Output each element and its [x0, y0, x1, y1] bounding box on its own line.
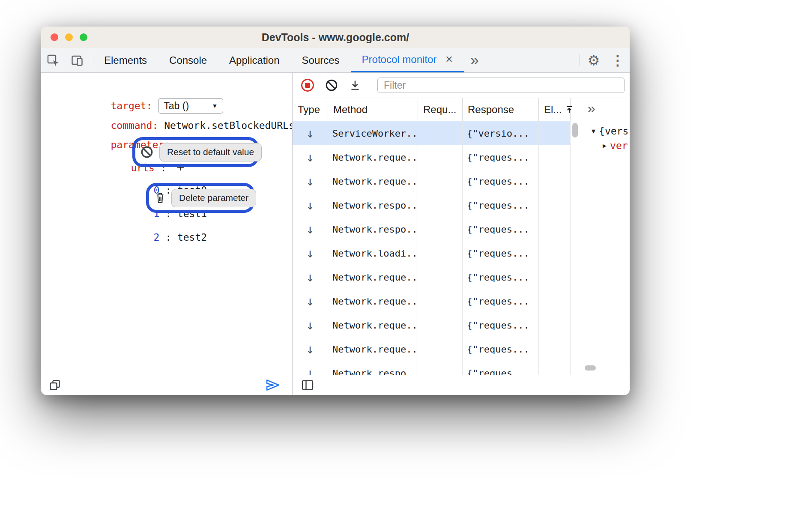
tree-node-child[interactable]: ▶ver — [592, 138, 630, 153]
close-window-button[interactable] — [51, 33, 58, 41]
received-arrow-icon: ↓ — [306, 199, 314, 212]
method-cell: Network.respo... — [328, 361, 418, 375]
elapsed-cell — [539, 361, 571, 375]
devtools-window: DevTools - www.google.com/ Elements — [41, 27, 630, 395]
toolbar-divider — [580, 54, 580, 66]
tab-label: Application — [229, 54, 279, 66]
table-row[interactable]: ↓ ServiceWorker... {"versio... — [293, 121, 582, 145]
settings-gear-icon[interactable]: ⚙ — [582, 48, 606, 72]
tab-protocol-monitor[interactable]: Protocol monitor ✕ — [351, 48, 464, 72]
expand-sidebar-icon[interactable]: » — [587, 100, 595, 117]
copy-icon — [49, 379, 61, 391]
tree-node-label: ver — [610, 140, 628, 151]
delete-parameter-button[interactable]: Delete parameter — [171, 189, 256, 207]
block-icon[interactable] — [140, 146, 153, 158]
received-arrow-icon: ↓ — [306, 271, 314, 284]
table-row[interactable]: ↓ Network.reque... {"reques... — [293, 145, 582, 169]
param-value[interactable]: test2 — [177, 232, 207, 243]
response-cell: {"reques... — [463, 361, 539, 375]
horizontal-scrollbar-thumb[interactable] — [585, 365, 596, 371]
kebab-menu-icon[interactable]: ⋮ — [606, 48, 630, 72]
column-header-request[interactable]: Requ... — [418, 98, 463, 121]
command-value[interactable]: Network.setBlockedURLs — [164, 120, 292, 131]
reset-to-default-button[interactable]: Reset to default value — [159, 143, 262, 161]
param-row-0: 0 : test0 — [94, 167, 207, 182]
main-content: target: Tab ()▼ command: Network.setBloc… — [41, 73, 630, 395]
save-log-button[interactable] — [349, 79, 361, 91]
json-tree: ▼{vers ▶ver — [582, 124, 630, 153]
response-cell: {"reques... — [463, 193, 539, 217]
device-toolbar-button[interactable] — [65, 48, 89, 72]
vertical-scrollbar-thumb[interactable] — [572, 123, 578, 137]
elapsed-cell — [539, 193, 571, 217]
traffic-lights — [51, 27, 87, 48]
table-row[interactable]: ↓ Network.reque... {"reques... — [293, 169, 582, 193]
table-row[interactable]: ↓ Network.reque... {"reques... — [293, 289, 582, 313]
column-header-type[interactable]: Type — [293, 98, 328, 121]
table-row[interactable]: ↓ Network.respo... {"reques... — [293, 361, 582, 375]
devtools-tabbar: Elements Console Application Sources Pro… — [41, 48, 630, 73]
copy-command-button[interactable] — [41, 379, 61, 391]
tree-node-root[interactable]: ▼{vers — [592, 124, 630, 138]
request-cell — [418, 313, 463, 337]
sidebar-panel-icon — [301, 379, 314, 391]
tab-console[interactable]: Console — [158, 48, 218, 72]
received-arrow-icon: ↓ — [306, 175, 314, 188]
tab-application[interactable]: Application — [218, 48, 290, 72]
received-arrow-icon: ↓ — [306, 223, 314, 236]
request-cell — [418, 265, 463, 289]
inspect-element-button[interactable] — [41, 48, 65, 72]
tab-sources[interactable]: Sources — [291, 48, 351, 72]
tabbar-right-cluster: ⚙ ⋮ — [578, 48, 630, 72]
scrollbar-gutter-header — [571, 98, 582, 121]
parameters-row: parameters: — [51, 122, 176, 137]
elapsed-cell — [539, 169, 571, 193]
close-tab-icon[interactable]: ✕ — [445, 54, 453, 65]
toggle-sidebar-button[interactable] — [293, 379, 314, 391]
method-cell: Network.respo... — [328, 193, 418, 217]
zoom-window-button[interactable] — [80, 33, 87, 41]
received-arrow-icon: ↓ — [306, 151, 314, 164]
received-arrow-icon: ↓ — [306, 295, 314, 308]
table-row[interactable]: ↓ Network.respo... {"reques... — [293, 217, 582, 241]
request-cell — [418, 337, 463, 361]
request-cell — [418, 169, 463, 193]
request-cell — [418, 193, 463, 217]
response-cell: {"reques... — [463, 265, 539, 289]
tree-node-label: {vers — [599, 126, 628, 137]
command-row: command: Network.setBlockedURLs — [51, 102, 292, 118]
request-cell — [418, 145, 463, 169]
table-row[interactable]: ↓ Network.loadi... {"reques... — [293, 241, 582, 265]
column-header-method[interactable]: Method — [328, 98, 418, 121]
elapsed-cell — [539, 337, 571, 361]
record-button[interactable] — [301, 79, 314, 92]
column-header-response[interactable]: Response — [463, 98, 539, 121]
param-index: 2 — [153, 232, 159, 243]
request-cell — [418, 361, 463, 375]
table-row[interactable]: ↓ Network.reque... {"reques... — [293, 265, 582, 289]
response-cell: {"versio... — [463, 121, 539, 145]
detail-sidebar: » ▼{vers ▶ver — [582, 98, 630, 375]
trash-icon[interactable] — [154, 191, 166, 204]
reset-annotation-highlight: Reset to default value — [132, 137, 259, 167]
column-header-label: El... — [544, 104, 562, 116]
block-icon — [325, 79, 338, 92]
response-cell: {"reques... — [463, 289, 539, 313]
table-row[interactable]: ↓ Network.respo... {"reques... — [293, 193, 582, 217]
filter-input[interactable] — [377, 78, 625, 93]
more-tabs-icon[interactable]: » — [464, 48, 485, 72]
table-row[interactable]: ↓ Network.reque... {"reques... — [293, 313, 582, 337]
send-command-button[interactable] — [266, 379, 292, 392]
table-row[interactable]: ↓ Network.reque... {"reques... — [293, 337, 582, 361]
inspect-icon — [47, 54, 60, 67]
download-icon — [349, 79, 361, 91]
send-icon — [266, 379, 280, 392]
column-header-elapsed[interactable]: El... — [539, 98, 571, 121]
grid-and-sidebar: Type Method Requ... Response El... ↓ Ser… — [293, 98, 630, 375]
clear-all-button[interactable] — [325, 79, 338, 92]
colon-separator: : — [159, 232, 177, 243]
response-cell: {"reques... — [463, 337, 539, 361]
window-title: DevTools - www.google.com/ — [41, 31, 630, 44]
tab-elements[interactable]: Elements — [93, 48, 158, 72]
minimize-window-button[interactable] — [65, 33, 73, 41]
